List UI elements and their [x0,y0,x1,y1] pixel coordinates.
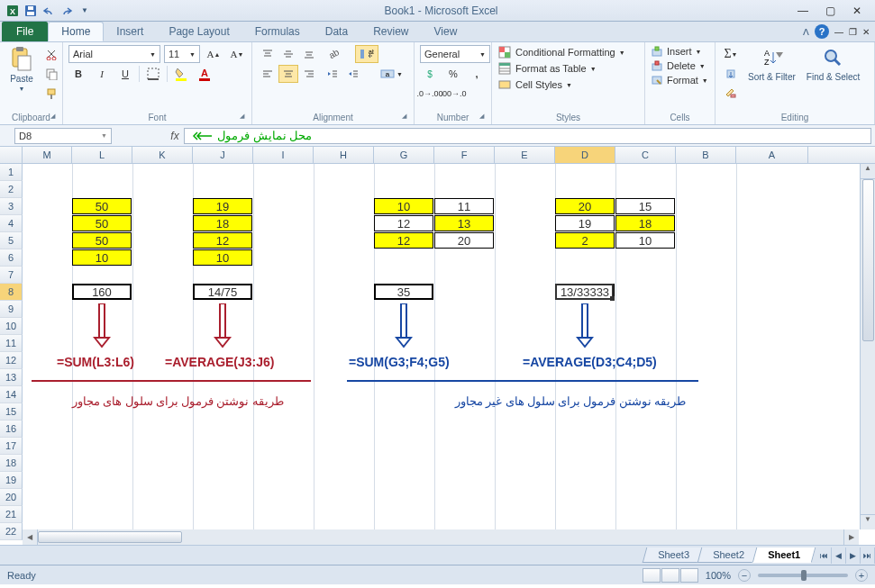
file-tab[interactable]: File [2,22,48,41]
zoom-slider[interactable] [758,574,848,577]
sheet-nav-last-icon[interactable]: ⏭ [861,547,875,564]
row-18[interactable]: 18 [0,455,23,472]
tab-view[interactable]: View [422,22,470,41]
clear-button[interactable] [721,85,741,103]
cell-styles-button[interactable]: Cell Styles▼ [497,77,572,92]
col-C[interactable]: C [615,147,676,163]
zoom-out-button[interactable]: − [738,569,751,582]
row-17[interactable]: 17 [0,438,23,455]
row-14[interactable]: 14 [0,386,23,403]
cell-L8[interactable]: 160 [72,284,132,300]
border-button[interactable] [143,65,163,83]
number-format-combo[interactable]: General▼ [420,45,490,63]
align-left-button[interactable] [258,65,278,83]
cell-J6[interactable]: 10 [193,249,252,266]
cell-G5[interactable]: 12 [374,232,433,249]
row-19[interactable]: 19 [0,472,23,489]
col-M[interactable]: M [23,147,72,163]
tab-page-layout[interactable]: Page Layout [156,22,242,41]
italic-button[interactable]: I [92,65,112,83]
save-icon[interactable] [23,4,38,18]
comma-format-button[interactable]: , [467,65,487,83]
cell-C4[interactable]: 18 [615,215,675,231]
col-J[interactable]: J [193,147,253,163]
fill-color-button[interactable] [171,65,191,83]
fill-button[interactable] [721,65,741,83]
cell-D4[interactable]: 19 [555,215,615,231]
conditional-formatting-button[interactable]: Conditional Formatting▼ [497,45,625,59]
align-center-button[interactable] [278,65,298,83]
cell-J5[interactable]: 12 [193,232,252,249]
col-B[interactable]: B [676,147,736,163]
wrap-text-button[interactable]: ab [355,45,378,63]
cell-F3[interactable]: 11 [434,198,494,214]
sheet-nav-next-icon[interactable]: ▶ [846,547,861,564]
font-color-button[interactable]: A [195,65,214,83]
pagelayout-view-button[interactable] [661,568,679,583]
sheet-tab[interactable]: Sheet2 [697,547,760,563]
sheet-tab[interactable]: Sheet1 [752,547,816,563]
col-L[interactable]: L [72,147,132,163]
horizontal-scrollbar[interactable]: ◀ ▶ [23,529,859,545]
increase-decimal-button[interactable]: .0→.00 [420,85,440,103]
cell-L6[interactable]: 10 [72,249,132,266]
col-H[interactable]: H [314,147,374,163]
format-as-table-button[interactable]: Format as Table▼ [497,61,597,76]
font-size-combo[interactable]: 11▼ [164,45,200,63]
underline-button[interactable]: U [115,65,135,83]
workbook-close-icon[interactable]: ✕ [862,27,870,37]
cell-J8[interactable]: 14/75 [193,284,252,300]
tab-data[interactable]: Data [313,22,360,41]
row-4[interactable]: 4 [0,215,23,232]
tab-home[interactable]: Home [48,22,104,41]
merge-center-button[interactable]: a▼ [376,65,407,83]
tab-review[interactable]: Review [360,22,421,41]
workbook-restore-icon[interactable]: ❐ [849,27,857,37]
cell-C5[interactable]: 10 [615,232,675,249]
cell-G3[interactable]: 10 [374,198,433,214]
col-I[interactable]: I [253,147,314,163]
orientation-button[interactable]: ab [323,45,342,63]
align-bottom-button[interactable] [299,45,319,63]
help-icon[interactable]: ? [815,24,829,39]
vertical-scrollbar[interactable]: ▲ ▼ [860,164,875,529]
minimize-ribbon-icon[interactable]: ᐱ [803,27,809,37]
row-9[interactable]: 9 [0,301,23,318]
align-right-button[interactable] [299,65,319,83]
cell-F4[interactable]: 13 [434,215,494,231]
sheet-tab[interactable]: Sheet3 [643,547,705,563]
sheet-nav-first-icon[interactable]: ⏮ [817,547,832,564]
minimize-button[interactable]: — [790,3,816,19]
row-16[interactable]: 16 [0,421,23,438]
format-painter-button[interactable] [41,85,61,103]
decrease-indent-button[interactable] [323,65,342,83]
font-name-combo[interactable]: Arial▼ [68,45,160,63]
row-1[interactable]: 1 [0,164,23,181]
accounting-format-button[interactable]: $ [420,65,440,83]
cell-J4[interactable]: 18 [193,215,252,231]
cell-C3[interactable]: 15 [615,198,675,214]
row-20[interactable]: 20 [0,489,23,506]
col-D[interactable]: D [555,147,615,163]
col-G[interactable]: G [374,147,434,163]
sort-filter-button[interactable]: AZ Sort & Filter [744,45,799,84]
insert-cells-button[interactable]: Insert▼ [651,45,701,58]
cut-button[interactable] [41,45,61,63]
cell-L3[interactable]: 50 [72,198,132,214]
cell-G4[interactable]: 12 [374,215,433,231]
bold-button[interactable]: B [68,65,88,83]
row-10[interactable]: 10 [0,318,23,335]
zoom-in-button[interactable]: + [855,569,868,582]
maximize-button[interactable]: ▢ [817,3,843,19]
row-15[interactable]: 15 [0,403,23,421]
formula-input[interactable]: محل نمایش فرمول [184,128,871,144]
undo-icon[interactable] [41,4,56,18]
col-E[interactable]: E [495,147,555,163]
normal-view-button[interactable] [643,568,661,583]
cell-L5[interactable]: 50 [72,232,132,249]
decrease-decimal-button[interactable]: .00→.0 [443,85,463,103]
redo-icon[interactable] [59,4,74,18]
cell-D3[interactable]: 20 [555,198,615,214]
align-middle-button[interactable] [278,45,298,63]
copy-button[interactable] [41,65,61,83]
